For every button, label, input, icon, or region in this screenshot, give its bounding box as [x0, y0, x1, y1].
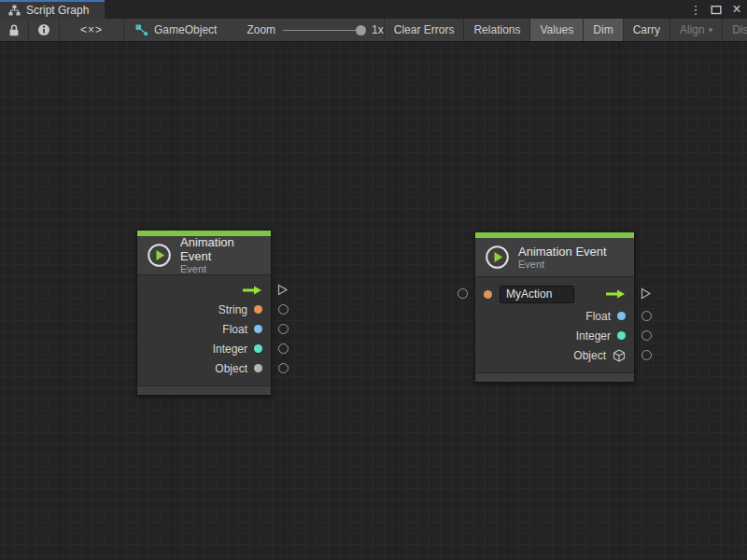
node-body: Float Integer Object — [475, 277, 634, 372]
output-row: Float — [475, 306, 634, 326]
output-row: Object — [137, 358, 271, 378]
integer-type-dot — [617, 331, 626, 340]
values-label: Values — [540, 23, 573, 36]
node-header: Animation Event Event — [475, 238, 634, 277]
window-menu-button[interactable]: ⋮ — [687, 1, 704, 18]
distribute-dropdown-button[interactable]: Distribute ▾ — [722, 19, 747, 41]
port-float-output[interactable] — [641, 311, 652, 321]
maximize-icon — [711, 5, 722, 15]
node-title: Animation Event — [518, 245, 607, 259]
port-flow-output[interactable] — [640, 287, 652, 300]
event-play-icon — [485, 245, 510, 270]
dim-toggle-button[interactable]: Dim — [583, 19, 622, 41]
node-titles: Animation Event Event — [518, 245, 607, 271]
graph-hierarchy-icon — [8, 5, 21, 16]
window-controls: ⋮ × — [687, 0, 745, 19]
output-row: Object — [475, 345, 634, 365]
clear-errors-button[interactable]: Clear Errors — [384, 19, 464, 41]
float-type-dot — [254, 325, 262, 333]
output-label: Float — [222, 323, 247, 336]
output-row: Float — [137, 319, 271, 339]
output-row: Integer — [475, 326, 634, 345]
node-footer — [137, 385, 271, 395]
node-animation-event-left[interactable]: Animation Event Event String — [136, 230, 272, 396]
node-titles: Animation Event Event — [180, 235, 261, 275]
output-row: Integer — [137, 339, 271, 358]
flow-arrow-icon — [605, 288, 626, 300]
object-type-dot — [254, 364, 262, 372]
port-integer-output[interactable] — [641, 330, 652, 341]
align-dropdown-button[interactable]: Align ▾ — [669, 19, 722, 41]
node-subtitle: Event — [180, 263, 261, 275]
event-name-row — [475, 282, 634, 306]
output-label: Integer — [576, 329, 611, 343]
lock-button[interactable] — [0, 19, 29, 41]
carry-label: Carry — [633, 23, 660, 36]
chevron-down-icon: ▾ — [709, 25, 713, 35]
event-play-icon — [147, 243, 172, 268]
object-cube-icon — [613, 349, 626, 362]
distribute-label: Distribute — [732, 23, 747, 36]
values-toggle-button[interactable]: Values — [529, 19, 583, 41]
node-animation-event-right[interactable]: Animation Event Event Float — [474, 231, 635, 383]
output-label: Integer — [213, 343, 247, 356]
flow-output-row — [137, 280, 271, 300]
script-machine-icon — [135, 24, 148, 36]
zoom-slider[interactable] — [283, 30, 364, 31]
float-type-dot — [617, 312, 626, 320]
output-label: Object — [215, 362, 247, 375]
port-object-output[interactable] — [641, 350, 652, 360]
node-subtitle: Event — [518, 259, 607, 271]
relations-label: Relations — [473, 23, 520, 36]
port-integer-output[interactable] — [278, 343, 289, 354]
flow-arrow-icon — [242, 285, 262, 296]
inspector-info-button[interactable] — [29, 19, 60, 41]
port-float-output[interactable] — [278, 324, 289, 334]
close-button[interactable]: × — [728, 1, 745, 18]
dim-label: Dim — [593, 23, 613, 36]
node-footer — [475, 372, 634, 382]
node-body: String Float Integer Object — [137, 275, 271, 385]
titlebar: Script Graph ⋮ × — [0, 0, 747, 19]
output-label: Float — [585, 310, 611, 323]
node-title: Animation Event — [180, 235, 261, 263]
info-icon — [37, 23, 50, 36]
port-string-output[interactable] — [278, 304, 289, 315]
tab-title: Script Graph — [26, 4, 89, 17]
node-header: Animation Event Event — [137, 236, 271, 275]
port-object-output[interactable] — [278, 363, 289, 373]
graph-canvas[interactable]: Animation Event Event String — [0, 42, 747, 560]
zoom-control: Zoom 1x — [247, 19, 383, 41]
output-row: String — [137, 300, 271, 319]
graph-owner-button[interactable]: GameObject — [126, 19, 226, 41]
carry-toggle-button[interactable]: Carry — [623, 19, 669, 41]
maximize-button[interactable] — [708, 1, 725, 18]
port-flow-output[interactable] — [276, 284, 289, 296]
clear-errors-label: Clear Errors — [394, 23, 455, 36]
graph-toolbar: <×> GameObject Zoom 1x Clear Errors Rela… — [0, 19, 747, 42]
port-name-input[interactable] — [458, 288, 468, 299]
zoom-label: Zoom — [247, 23, 275, 36]
lock-icon — [8, 24, 20, 36]
event-name-input[interactable] — [500, 286, 574, 303]
output-label: String — [218, 303, 247, 316]
string-type-dot — [484, 290, 492, 299]
align-label: Align — [680, 23, 705, 36]
code-toggle-icon: <×> — [80, 23, 103, 36]
string-type-dot — [254, 305, 262, 314]
graph-owner-label: GameObject — [154, 23, 217, 36]
output-label: Object — [573, 349, 606, 362]
zoom-value: 1x — [372, 23, 384, 36]
integer-type-dot — [254, 344, 262, 353]
tab-script-graph[interactable]: Script Graph — [0, 0, 105, 19]
relations-button[interactable]: Relations — [463, 19, 529, 41]
zoom-slider-thumb[interactable] — [356, 25, 366, 35]
code-preview-toggle-button[interactable]: <×> — [60, 19, 124, 41]
